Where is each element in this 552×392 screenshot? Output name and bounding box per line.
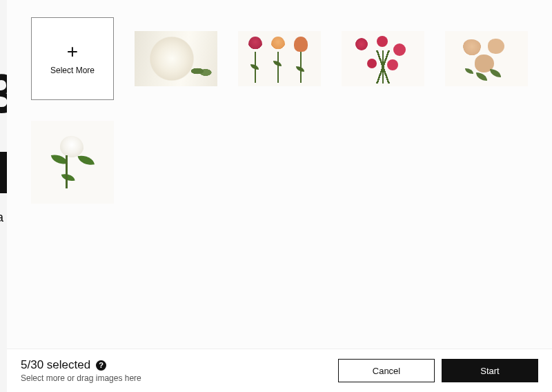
image-grid-area[interactable]: + Select More — [7, 0, 552, 349]
thumbnail-image — [238, 31, 321, 86]
background-underlay: 3 a — [0, 0, 7, 392]
select-more-label: Select More — [50, 66, 95, 75]
image-thumbnail[interactable] — [342, 17, 424, 100]
selection-hint: Select more or drag images here — [21, 373, 338, 383]
image-thumbnail[interactable] — [31, 121, 114, 204]
thumbnail-image — [342, 31, 424, 86]
footer-status: 5/30 selected ? Select more or drag imag… — [21, 358, 338, 383]
plus-icon: + — [67, 42, 78, 61]
modal-footer: 5/30 selected ? Select more or drag imag… — [7, 349, 552, 392]
thumbnail-image — [31, 121, 114, 204]
image-thumbnail[interactable] — [238, 17, 321, 100]
image-thumbnail[interactable] — [445, 17, 528, 100]
cancel-button[interactable]: Cancel — [338, 359, 435, 382]
background-text-fragment: a — [0, 210, 3, 225]
select-more-tile[interactable]: + Select More — [31, 17, 114, 100]
image-selection-modal: + Select More — [7, 0, 552, 392]
footer-actions: Cancel Start — [338, 359, 538, 382]
thumbnail-image — [445, 31, 528, 86]
start-button[interactable]: Start — [442, 359, 538, 382]
selection-count: 5/30 selected ? — [21, 358, 338, 372]
image-thumbnail[interactable] — [135, 17, 217, 100]
selection-count-text: 5/30 selected — [21, 358, 90, 372]
image-grid: + Select More — [31, 17, 528, 204]
thumbnail-image — [135, 31, 217, 86]
help-icon[interactable]: ? — [96, 360, 106, 371]
